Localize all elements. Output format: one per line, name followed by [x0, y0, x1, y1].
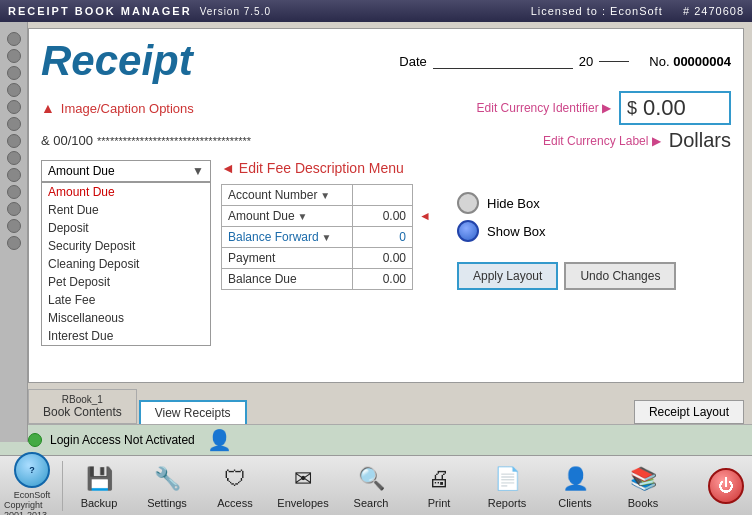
date-label: Date	[399, 54, 426, 69]
settings-icon: 🔧	[151, 463, 183, 495]
show-box-option[interactable]: Show Box	[457, 220, 676, 242]
toolbar-item-clients[interactable]: 👤Clients	[541, 463, 609, 509]
dropdown-item[interactable]: Late Fee	[42, 291, 210, 309]
spine-hole	[7, 117, 21, 131]
fee-table-value: 0.00	[352, 269, 412, 290]
dropdown-item[interactable]: Pet Deposit	[42, 273, 210, 291]
toolbar-item-print[interactable]: 🖨Print	[405, 463, 473, 509]
main-content: Receipt Date 20 No. 00000004 ▲ Image/Cap…	[0, 22, 752, 515]
licensed-to: Licensed to : EconSoft # 2470608	[531, 5, 744, 17]
spine-hole	[7, 32, 21, 46]
year-field[interactable]	[599, 61, 629, 62]
fee-table-label: Balance Forward ▼	[222, 227, 353, 248]
toolbar-item-access[interactable]: 🛡Access	[201, 463, 269, 509]
hide-box-option[interactable]: Hide Box	[457, 192, 676, 214]
show-box-radio[interactable]	[457, 220, 479, 242]
toolbar-item-search[interactable]: 🔍Search	[337, 463, 405, 509]
edit-currency-label-btn[interactable]: Edit Currency Label ▶	[543, 134, 661, 148]
receipt-header: Receipt Date 20 No. 00000004	[41, 37, 731, 85]
currency-row: ▲ Image/Caption Options Edit Currency Id…	[41, 91, 731, 125]
edit-fee-triangle-icon: ◄	[221, 160, 235, 176]
settings-label: Settings	[147, 497, 187, 509]
dropdown-item[interactable]: Cleaning Deposit	[42, 255, 210, 273]
fee-table-label: Balance Due	[222, 269, 353, 290]
edit-currency-identifier-label[interactable]: Edit Currency Identifier ▶	[477, 101, 611, 115]
envelopes-icon: ✉	[287, 463, 319, 495]
fee-dropdown[interactable]: Amount Due ▼	[41, 160, 211, 182]
power-button[interactable]: ⏻	[708, 468, 744, 504]
toolbar-item-envelopes[interactable]: ✉Envelopes	[269, 463, 337, 509]
hide-box-label: Hide Box	[487, 196, 540, 211]
backup-icon: 💾	[83, 463, 115, 495]
fee-table-arrow-icon: ◄	[412, 206, 440, 227]
reports-label: Reports	[488, 497, 527, 509]
spine	[0, 22, 28, 442]
toolbar-items: 💾Backup🔧Settings🛡Access✉Envelopes🔍Search…	[65, 463, 708, 509]
tab-view-receipts[interactable]: View Receipts	[139, 400, 247, 424]
tab-receipt-layout[interactable]: Receipt Layout	[634, 400, 744, 424]
spine-hole	[7, 83, 21, 97]
spine-hole	[7, 49, 21, 63]
spine-hole	[7, 202, 21, 216]
image-caption-options[interactable]: Image/Caption Options	[61, 101, 194, 116]
date-line[interactable]	[433, 53, 573, 69]
toolbar-item-settings[interactable]: 🔧Settings	[133, 463, 201, 509]
dollars-row: & 00/100 *******************************…	[41, 129, 731, 152]
dropdown-arrow-icon: ▼	[192, 164, 204, 178]
access-label: Access	[217, 497, 252, 509]
fee-table-label: Amount Due ▼	[222, 206, 353, 227]
envelopes-label: Envelopes	[277, 497, 328, 509]
spine-hole	[7, 66, 21, 80]
dropdown-item[interactable]: Security Deposit	[42, 237, 210, 255]
fee-table-dropdown-icon[interactable]: ▼	[295, 211, 308, 222]
apply-layout-button[interactable]: Apply Layout	[457, 262, 558, 290]
currency-value[interactable]: 0.00	[643, 95, 723, 121]
dropdown-item[interactable]: Interest Due	[42, 327, 210, 345]
radio-section: Hide Box Show Box	[457, 192, 676, 242]
clients-label: Clients	[558, 497, 592, 509]
user-icon: 👤	[207, 428, 232, 452]
dropdown-item[interactable]: Amount Due	[42, 183, 210, 201]
spine-hole	[7, 100, 21, 114]
tab-book-contents[interactable]: RBook_1 Book Contents	[28, 389, 137, 424]
undo-changes-button[interactable]: Undo Changes	[564, 262, 676, 290]
toolbar-item-books[interactable]: 📚Books	[609, 463, 677, 509]
backup-label: Backup	[81, 497, 118, 509]
dropdown-selected: Amount Due	[48, 164, 115, 178]
dropdown-area: Amount Due ▼ Amount DueRent DueDepositSe…	[41, 160, 211, 346]
status-dot-icon	[28, 433, 42, 447]
books-icon: 📚	[627, 463, 659, 495]
amount-prefix: & 00/100	[41, 133, 93, 148]
fee-table-dropdown-icon[interactable]: ▼	[319, 232, 332, 243]
hide-box-radio[interactable]	[457, 192, 479, 214]
fee-table: Account Number ▼Amount Due ▼0.00◄Balance…	[221, 184, 441, 290]
fee-table-label: Payment	[222, 248, 353, 269]
spine-hole	[7, 134, 21, 148]
year-prefix: 20	[579, 54, 593, 69]
econsoft-label: EconSoft	[14, 490, 51, 500]
show-box-label: Show Box	[487, 224, 546, 239]
edit-fee-section: ◄ Edit Fee Description Menu Account Numb…	[221, 160, 731, 346]
copyright-text: Copyright 2001-2013	[4, 500, 60, 516]
dropdown-item[interactable]: Deposit	[42, 219, 210, 237]
toolbar: ? EconSoft Copyright 2001-2013 💾Backup🔧S…	[0, 455, 752, 515]
title-bar: RECEIPT BOOK MANAGER Version 7.5.0 Licen…	[0, 0, 752, 22]
toolbar-item-backup[interactable]: 💾Backup	[65, 463, 133, 509]
search-icon: 🔍	[355, 463, 387, 495]
currency-input-box: $ 0.00	[619, 91, 731, 125]
status-bar: Login Access Not Activated 👤	[0, 424, 752, 455]
toolbar-divider	[62, 461, 63, 511]
books-label: Books	[628, 497, 659, 509]
toolbar-item-reports[interactable]: 📄Reports	[473, 463, 541, 509]
spine-hole	[7, 236, 21, 250]
fee-table-dropdown-icon[interactable]: ▼	[317, 190, 330, 201]
dropdown-list: Amount DueRent DueDepositSecurity Deposi…	[41, 182, 211, 346]
print-label: Print	[428, 497, 451, 509]
fee-table-label: Account Number ▼	[222, 185, 353, 206]
dots-fill: ************************************	[97, 135, 539, 147]
econsoft-logo: ? EconSoft Copyright 2001-2013	[4, 452, 60, 516]
image-caption-triangle[interactable]: ▲	[41, 100, 55, 116]
print-icon: 🖨	[423, 463, 455, 495]
dropdown-item[interactable]: Miscellaneous	[42, 309, 210, 327]
dropdown-item[interactable]: Rent Due	[42, 201, 210, 219]
